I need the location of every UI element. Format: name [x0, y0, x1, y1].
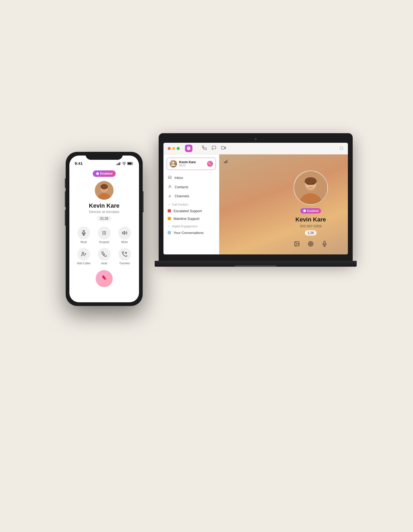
phone-notch: [86, 152, 123, 160]
contact-card: Enabled Kevin Kare 555-567-5309 1:28: [273, 170, 348, 248]
sidebar-item-inbox[interactable]: Inbox: [163, 173, 219, 182]
laptop-titlebar: [163, 143, 348, 154]
svg-point-45: [104, 232, 104, 233]
your-conversations-dot: [168, 231, 171, 234]
active-call-phone-icon[interactable]: [207, 161, 213, 167]
speaker-button[interactable]: Mute: [116, 227, 133, 244]
mute-button[interactable]: Mute: [76, 227, 92, 244]
phone-screen: 9:41: [69, 156, 139, 302]
minimize-traffic-light[interactable]: [172, 147, 175, 150]
svg-point-19: [308, 241, 313, 246]
add-caller-icon: [77, 248, 90, 261]
svg-point-46: [105, 232, 106, 233]
mute-label: Mute: [81, 240, 87, 244]
svg-point-41: [102, 231, 103, 232]
phone-contact-name: Kevin Kare: [69, 202, 139, 209]
sidebar-item-channels[interactable]: # Channels: [163, 192, 219, 201]
hold-icon: [98, 248, 111, 261]
hold-button[interactable]: Hold: [96, 248, 112, 265]
svg-point-37: [105, 188, 106, 189]
sidebar-item-contacts[interactable]: Contacts: [163, 182, 219, 192]
laptop-main: Enabled Kevin Kare 555-567-5309 1:28: [219, 154, 348, 254]
mute-icon: [77, 227, 90, 239]
inbox-label: Inbox: [175, 176, 183, 180]
end-call-button[interactable]: [96, 270, 113, 287]
inbox-icon: [168, 175, 172, 180]
contact-avatar: [293, 170, 328, 205]
contacts-label: Contacts: [175, 185, 188, 189]
svg-point-13: [305, 177, 317, 185]
svg-rect-6: [226, 160, 227, 163]
your-conversations-label: Your Conversations: [174, 231, 204, 235]
svg-point-21: [310, 243, 311, 244]
titlebar-search[interactable]: [339, 146, 344, 150]
laptop-base: [155, 261, 357, 267]
enabled-badge-text: Enabled: [307, 209, 319, 212]
keypad-button[interactable]: Keypad: [96, 227, 112, 244]
keypad-icon: [98, 227, 111, 239]
contacts-icon: [168, 185, 172, 189]
svg-rect-27: [120, 162, 121, 165]
svg-point-43: [105, 231, 106, 232]
sidebar-item-your-conversations[interactable]: Your Conversations: [163, 229, 219, 237]
microphone-icon[interactable]: [322, 241, 327, 248]
scene: Kevin Kare 06:01: [60, 120, 353, 412]
svg-point-42: [104, 231, 104, 232]
phone-side-btn-mute[interactable]: [65, 178, 66, 188]
phone-side-btn-vol-up[interactable]: [65, 191, 66, 207]
close-traffic-light[interactable]: [168, 147, 171, 150]
call-centers-label: Call Centers: [172, 203, 188, 206]
phone-controls: Mute Keypad: [69, 221, 139, 265]
laptop-action-icons: [294, 241, 327, 248]
speaker-icon: [118, 227, 131, 239]
hold-label: Hold: [101, 262, 107, 265]
svg-point-2: [340, 147, 343, 150]
svg-rect-24: [117, 164, 117, 165]
channels-label: Channels: [175, 194, 189, 198]
message-icon[interactable]: [212, 145, 216, 151]
svg-point-47: [102, 234, 103, 234]
phone-side-btn-power[interactable]: [143, 191, 144, 212]
app-logo: [185, 145, 192, 152]
active-call-info: Kevin Kare 06:01: [179, 160, 205, 167]
laptop-sidebar: Kevin Kare 06:01: [163, 154, 219, 254]
video-icon[interactable]: [221, 145, 226, 151]
laptop-content: Kevin Kare 06:01: [163, 154, 348, 254]
svg-rect-26: [119, 162, 120, 165]
svg-rect-7: [227, 159, 228, 163]
sidebar-item-escalated-support[interactable]: Escalated Support: [163, 207, 219, 215]
phone-contact-title: Director at Aerolabs: [69, 210, 139, 214]
image-icon[interactable]: [294, 241, 300, 248]
phone-side-btn-vol-down[interactable]: [65, 210, 66, 226]
laptop: Kevin Kare 06:01: [159, 133, 353, 274]
target-icon[interactable]: [308, 241, 314, 248]
phone-avatar: [95, 181, 113, 200]
laptop-screen: Kevin Kare 06:01: [163, 143, 348, 254]
active-call-time: 06:01: [179, 164, 205, 167]
laptop-contact-phone: 555-567-5309: [300, 224, 322, 228]
transfer-button[interactable]: Transfer: [116, 248, 133, 265]
sidebar-item-mainline-support[interactable]: Mainline Support: [163, 215, 219, 223]
svg-rect-30: [128, 162, 132, 164]
active-call-card[interactable]: Kevin Kare 06:01: [167, 158, 216, 170]
svg-marker-50: [122, 231, 124, 234]
transfer-icon: [118, 248, 131, 261]
active-call-name: Kevin Kare: [179, 160, 205, 164]
add-caller-button[interactable]: Add Caller: [76, 248, 92, 265]
traffic-lights: [168, 147, 180, 150]
add-caller-label: Add Caller: [77, 262, 91, 265]
keypad-label: Keypad: [99, 240, 109, 244]
svg-point-35: [100, 184, 108, 189]
fullscreen-traffic-light[interactable]: [177, 147, 180, 150]
svg-rect-25: [118, 163, 119, 165]
phone-enabled-badge: Enabled: [93, 170, 116, 177]
phone-status-icons: [117, 162, 134, 165]
mainline-support-dot: [168, 217, 171, 220]
transfer-label: Transfer: [119, 262, 130, 265]
phone-icon[interactable]: [202, 145, 207, 151]
laptop-app: Kevin Kare 06:01: [163, 143, 348, 254]
laptop-camera: [255, 138, 257, 140]
laptop-call-timer: 1:28: [305, 230, 316, 236]
laptop-body: Kevin Kare 06:01: [159, 133, 353, 261]
escalated-support-label: Escalated Support: [174, 209, 202, 213]
